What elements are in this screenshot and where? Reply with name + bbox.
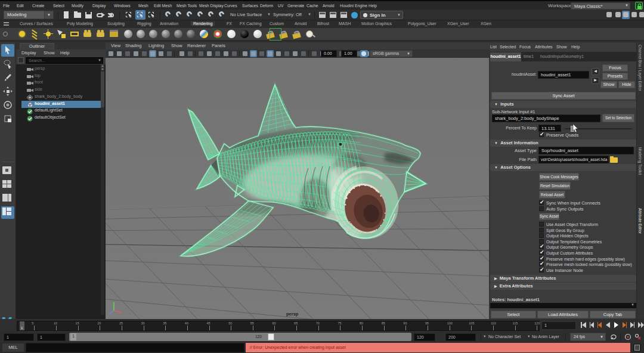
- svg-text:persp: persp: [286, 311, 299, 317]
